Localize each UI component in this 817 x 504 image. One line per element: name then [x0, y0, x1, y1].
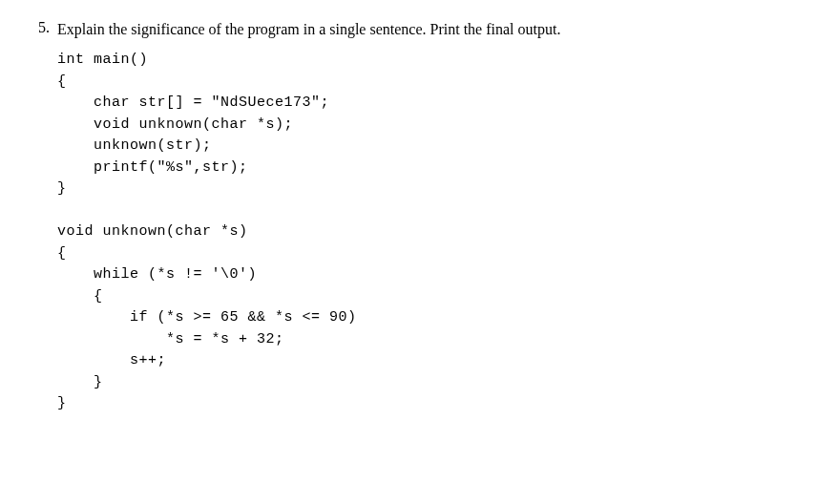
code-line: while (*s != '\0')	[57, 266, 257, 283]
code-line: unknown(str);	[57, 137, 212, 154]
code-line: s++;	[57, 352, 166, 368]
code-line: *s = *s + 32;	[57, 331, 284, 347]
code-line: void unknown(char *s)	[57, 223, 248, 240]
code-line: }	[57, 180, 67, 197]
code-line: void unknown(char *s);	[57, 116, 293, 133]
code-line: {	[57, 288, 103, 304]
question-content: Explain the significance of the program …	[57, 19, 779, 415]
code-line: int main()	[57, 52, 148, 68]
question-container: 5. Explain the significance of the progr…	[38, 19, 779, 415]
code-block: int main() { char str[] = "NdSUece173"; …	[57, 50, 779, 415]
code-line: char str[] = "NdSUece173";	[57, 94, 329, 111]
code-line: {	[57, 245, 67, 262]
code-line: printf("%s",str);	[57, 159, 248, 176]
question-prompt: Explain the significance of the program …	[57, 19, 779, 40]
code-line: if (*s >= 65 && *s <= 90)	[57, 309, 357, 326]
code-line: }	[57, 395, 67, 411]
code-line: {	[57, 74, 67, 90]
code-line: }	[57, 374, 103, 390]
question-number: 5.	[38, 19, 50, 36]
